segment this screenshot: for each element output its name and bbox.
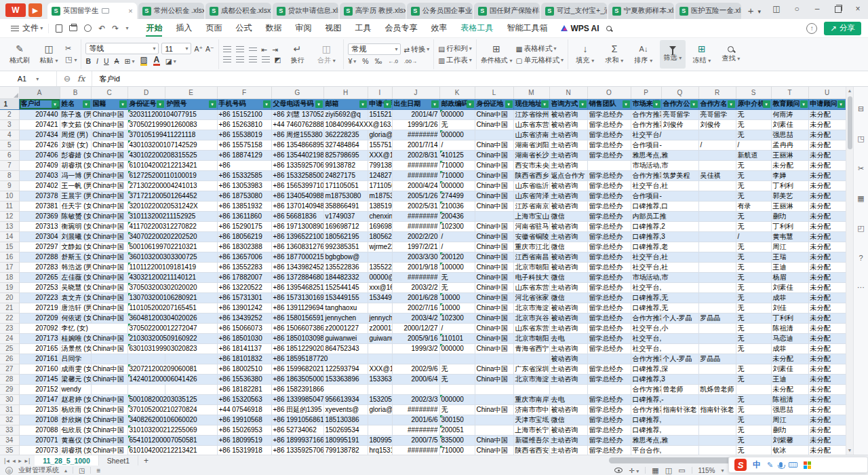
cell[interactable]: 2002/5/31 [392,201,439,211]
cell[interactable]: 无 [736,404,771,415]
align-middle-icon[interactable] [236,46,244,52]
cell[interactable]: 207108 [19,415,60,425]
cell[interactable]: China中国 [91,160,127,170]
menu-tab-视图[interactable]: 视图 [318,19,348,37]
cell[interactable]: 吴佳祺 [698,170,736,180]
cell[interactable]: +86 1863505000 [271,374,323,384]
cell[interactable]: 799138782 [368,160,392,170]
redo-icon[interactable]: ↷ [112,24,119,33]
filter-dropdown-icon[interactable]: ▾ [359,100,367,108]
increase-font-icon[interactable]: A⁺ [194,45,203,53]
cell[interactable]: 山东省济南 [513,130,549,140]
cell[interactable] [698,242,736,252]
cell[interactable]: +86 18595187720 [271,354,368,364]
cell[interactable]: 北京市海淀 [513,374,549,384]
cell[interactable]: 无 [736,292,771,303]
cell[interactable] [475,384,513,394]
cell[interactable]: jennychen [368,313,392,323]
column-header[interactable]: D [127,87,165,98]
row-number[interactable]: 29 [0,384,19,394]
cell[interactable]: 新疆维吾尔 [513,435,549,445]
cell[interactable]: 207092 [19,323,60,333]
column-header[interactable]: S [736,87,771,98]
cell[interactable]: 207223 [19,292,60,303]
cell[interactable]: 雅思考点,雅 [631,435,698,445]
header-cell[interactable]: 身份证号▾ [127,98,165,109]
cell[interactable]: +86 1991056861 [271,415,323,425]
cell[interactable]: 上海市宝山 [513,211,549,221]
cell[interactable]: +86 田延的1395 [271,404,323,415]
cell[interactable]: +86 1395468251 [271,282,323,292]
cell[interactable]: +86 18302388 [217,242,271,252]
cell[interactable]: +86 17882007 [217,272,271,282]
row-number[interactable]: 32 [0,415,19,425]
column-header[interactable]: N [549,87,587,98]
cell[interactable] [392,384,439,394]
cell[interactable]: 刘俊伶 [661,119,698,130]
cell[interactable]: 992385351 [323,242,368,252]
cell[interactable]: 110112200109181419 [127,262,217,272]
column-header[interactable]: C [91,87,127,98]
filter-dropdown-icon[interactable]: ▾ [653,100,660,108]
cell[interactable]: 主动咨询 [549,435,587,445]
cell[interactable]: 370105200210270824 [127,404,217,415]
cell[interactable]: 主动咨询 [549,130,587,140]
cell[interactable]: 210303200509160922 [127,333,217,343]
cell[interactable]: 广东省深圳 [513,364,549,374]
tab-list-caret-icon[interactable]: ▾ [757,8,766,19]
cell[interactable]: 271302200004241013 [127,180,217,191]
cell[interactable]: 被动咨询 [549,221,587,231]
cell[interactable]: +86 1360831276 [271,242,323,252]
menu-tab-表格工具[interactable]: 表格工具 [454,19,500,37]
italic-button[interactable]: I [96,57,98,65]
cell[interactable]: 274499 [439,191,475,201]
filter-dropdown-icon[interactable]: ▾ [119,100,127,108]
cell[interactable]: 留学总经办 [587,364,631,374]
cell[interactable]: 未分配 [808,415,846,425]
cell[interactable]: 2001/7/14 [392,140,439,150]
close-button[interactable]: × [848,0,868,18]
cell[interactable] [368,303,392,313]
cell[interactable]: +86 1391129694 [271,303,323,313]
cell[interactable]: +86 1851229020 [271,343,323,354]
cell[interactable]: China中国 [475,201,513,211]
cell[interactable]: 180995191 [323,435,368,445]
cell[interactable]: 200120 [439,252,475,262]
cell[interactable]: 筑梦美程 [661,170,698,180]
filter-dropdown-icon[interactable]: ▾ [763,100,770,108]
zoom-formula-icon[interactable]: ⊖ [64,74,71,83]
cell[interactable]: 江苏省徐州 [513,109,549,119]
row-number[interactable]: 23 [0,323,19,333]
header-cell[interactable]: 合作方名▾ [698,98,736,109]
cell[interactable]: 未分配 [808,170,846,180]
sort-button[interactable]: A↓ 排序 ▾ [631,40,656,69]
cell[interactable]: 留学总经办 [587,130,631,140]
cell[interactable]: +86 13053983 [217,180,271,191]
zoom-level[interactable]: 115% [698,467,715,474]
document-tab[interactable]: S国任财产保险样本.x [474,3,540,19]
cell[interactable]: 155751588 [368,140,392,150]
cell[interactable]: 留学总经办 [587,180,631,191]
strikethrough-button[interactable]: A [115,57,119,65]
cell[interactable]: +86 15026953 [217,425,271,435]
cell[interactable]: +86 13552283 [217,262,271,272]
wrap-text-button[interactable]: ↵ 换行 [284,40,310,69]
cell[interactable]: 2001/4/7 [392,109,439,119]
filter-dropdown-icon[interactable]: ▾ [690,100,698,108]
cell[interactable]: 630103199903020823 [127,343,217,354]
cell[interactable]: 207147 [19,394,60,404]
cell[interactable]: 207403 [19,170,60,180]
cell[interactable]: 370502199901260083 [127,119,217,130]
font-color-button[interactable]: A [153,56,160,66]
document-tab[interactable]: S常州公积金 .xlsx [138,3,204,19]
cell[interactable]: 口碑推荐,深 [631,364,698,374]
cell[interactable]: +86 1343982452 [271,262,323,272]
cell[interactable]: 无 [736,435,771,445]
cell[interactable]: v1749037 [323,211,368,221]
cell[interactable]: 被动咨询 [549,404,587,415]
cell[interactable]: 200051 [439,425,475,435]
page-layout-icon[interactable]: ◫ [665,466,672,475]
cell[interactable]: 无 [736,191,771,201]
cell[interactable]: 500106199702210321 [127,242,217,252]
cell[interactable]: 207378 [19,191,60,201]
